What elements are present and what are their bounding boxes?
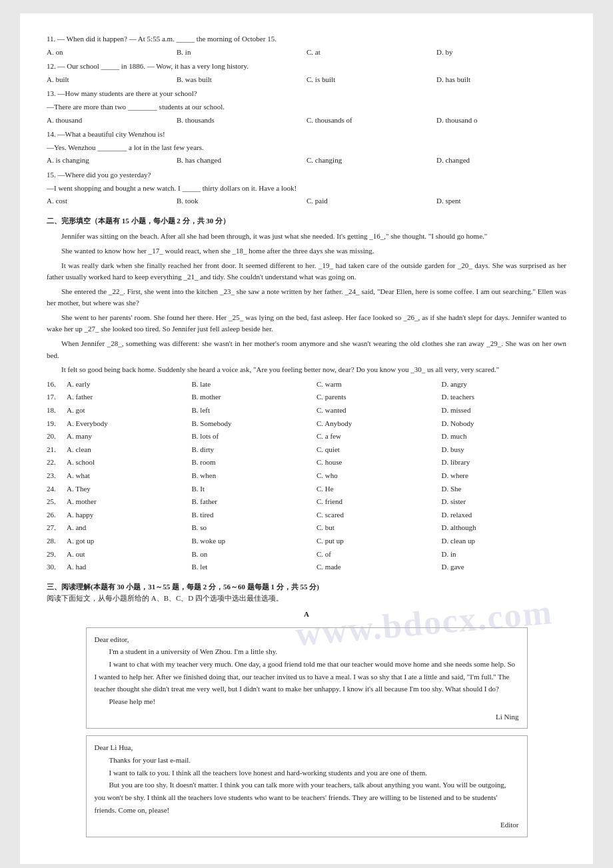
letter-2-sender: Editor	[95, 819, 519, 831]
answer-row-25.: 25.A. motherB. fatherC. friendD. sister	[47, 496, 566, 508]
ans-21.-opt-2: C. quiet	[316, 444, 442, 456]
ans-17.-opt-1: B. mother	[192, 391, 317, 403]
ans-20.-opt-0: A. many	[67, 431, 192, 443]
ans-27.-opt-0: A. and	[67, 522, 192, 534]
ans-22.-opt-0: A. school	[67, 457, 192, 469]
ans-30.-opt-0: A. had	[67, 561, 192, 573]
ans-19.-opt-1: B. Somebody	[192, 418, 317, 430]
ans-16.-opt-3: D. angry	[442, 379, 567, 391]
letter-2-salutation: Dear Li Hua,	[95, 741, 519, 754]
ans-18.-opt-2: C. wanted	[316, 405, 442, 417]
ans-24.-opt-2: C. He	[316, 483, 442, 495]
ans-21.-opt-0: A. clean	[67, 444, 192, 456]
ans-23.-opt-1: B. when	[192, 470, 317, 482]
ans-19.-opt-3: D. Nobody	[442, 418, 567, 430]
letter-1-salutation: Dear editor,	[95, 633, 519, 646]
ans-29.-opt-3: D. in	[442, 549, 567, 561]
ans-27.-opt-2: C. but	[316, 522, 442, 534]
page: www.bdocx.com 11. — When did it happen? …	[20, 13, 593, 864]
q11-opt-b: B. in	[177, 47, 306, 59]
ans-30.-opt-3: D. gave	[442, 561, 567, 573]
ans-23.-opt-0: A. what	[67, 470, 192, 482]
letter-1-sender: Li Ning	[95, 711, 519, 723]
answer-row-22.: 22.A. schoolB. roomC. houseD. library	[47, 457, 566, 469]
ans-22.-opt-3: D. library	[442, 457, 567, 469]
q12-options: A. built B. was built C. is built D. has…	[47, 74, 566, 86]
ans-20.-opt-2: C. a few	[316, 431, 442, 443]
q12-opt-a: A. built	[47, 74, 177, 86]
answer-row-30.: 30.A. hadB. letC. madeD. gave	[47, 561, 566, 573]
ans-26.-opt-0: A. happy	[67, 509, 192, 521]
ans-20.-opt-3: D. much	[442, 431, 567, 443]
letter-1-p1: I'm a student in a university of Wen Zho…	[95, 645, 519, 658]
question-12: 12. — Our school _____ in 1886. — Wow, i…	[47, 61, 566, 85]
ans-22.-opt-2: C. house	[316, 457, 442, 469]
ans-28.-opt-2: C. put up	[316, 535, 442, 547]
q15-text: 15. —Where did you go yesterday?	[47, 169, 566, 181]
ans-25.-opt-1: B. father	[192, 496, 317, 508]
letter-1-p2: I want to chat with my teacher very much…	[95, 658, 519, 695]
q11-opt-d: D. by	[436, 47, 566, 59]
ans-19.-opt-2: C. Anybody	[316, 418, 442, 430]
letter-2-p3: But you are too shy. It doesn't matter. …	[95, 779, 519, 816]
answer-row-21.: 21.A. cleanB. dirtyC. quietD. busy	[47, 444, 566, 456]
q14-text: 14. —What a beautiful city Wenzhou is!	[47, 129, 566, 141]
ans-29.-opt-0: A. out	[67, 549, 192, 561]
ans-30.-opt-1: B. let	[192, 561, 317, 573]
answer-row-17.: 17.A. fatherB. motherC. parentsD. teache…	[47, 391, 566, 403]
q12-opt-c: C. is built	[306, 74, 436, 86]
q12-opt-b: B. was built	[177, 74, 306, 86]
q13-opt-d: D. thousand o	[436, 115, 566, 127]
section-2-answers: 16.A. earlyB. lateC. warmD. angry17.A. f…	[47, 379, 566, 573]
passage-p6: When Jennifer _28_, something was differ…	[47, 338, 566, 361]
ans-23.-opt-2: C. who	[316, 470, 442, 482]
ans-22.-opt-1: B. room	[192, 457, 317, 469]
q12-opt-d: D. has built	[436, 74, 566, 86]
ans-17.-opt-2: C. parents	[316, 391, 442, 403]
answer-row-29.: 29.A. outB. onC. ofD. in	[47, 549, 566, 561]
passage-p2: She wanted to know how her _17_ would re…	[47, 245, 566, 257]
section-2-header: 二、完形填空（本题有 15 小题，每小题 2 分，共 30 分）	[47, 215, 566, 227]
q11-options: A. on B. in C. at D. by	[47, 47, 566, 59]
q13-opt-b: B. thousands	[177, 115, 306, 127]
q15-subtext: —I went shopping and bought a new watch.…	[47, 183, 566, 195]
ans-20.-opt-1: B. lots of	[192, 431, 317, 443]
q15-opt-b: B. took	[177, 195, 306, 207]
ans-21.-opt-3: D. busy	[442, 444, 567, 456]
question-13: 13. —How many students are there at your…	[47, 88, 566, 126]
ans-28.-opt-1: B. woke up	[192, 535, 317, 547]
ans-27.-opt-1: B. so	[192, 522, 317, 534]
section-2-passage: Jennifer was sitting on the beach. After…	[47, 231, 566, 376]
q14-subtext: —Yes. Wenzhou ________ a lot in the last…	[47, 142, 566, 154]
answer-row-19.: 19.A. EverybodyB. SomebodyC. AnybodyD. N…	[47, 418, 566, 430]
ans-26.-opt-1: B. tired	[192, 509, 317, 521]
ans-28.-opt-0: A. got up	[67, 535, 192, 547]
passage-p4: She entered the _22_. First, she went in…	[47, 286, 566, 309]
passage-p7: It felt so good being back home. Suddenl…	[47, 364, 566, 376]
letter-a-label: A	[47, 609, 566, 621]
q14-opt-b: B. has changed	[177, 155, 306, 167]
q11-text: 11. — When did it happen? — At 5:55 a.m.…	[47, 33, 566, 45]
ans-17.-opt-3: D. teachers	[442, 391, 567, 403]
q14-opt-c: C. changing	[306, 155, 436, 167]
answer-row-18.: 18.A. gotB. leftC. wantedD. missed	[47, 405, 566, 417]
ans-23.-opt-3: D. where	[442, 470, 567, 482]
letter-2-p1: Thanks for your last e-mail.	[95, 754, 519, 767]
ans-29.-opt-2: C. of	[316, 549, 442, 561]
ans-16.-opt-1: B. late	[192, 379, 317, 391]
letter-1-box: Dear editor, I'm a student in a universi…	[86, 627, 528, 729]
letter-2-box: Dear Li Hua, Thanks for your last e-mail…	[86, 735, 528, 837]
ans-24.-opt-1: B. It	[192, 483, 317, 495]
ans-16.-opt-0: A. early	[67, 379, 192, 391]
ans-17.-opt-0: A. father	[67, 391, 192, 403]
q14-opt-d: D. changed	[436, 155, 566, 167]
q13-opt-a: A. thousand	[47, 115, 177, 127]
answer-row-26.: 26.A. happyB. tiredC. scaredD. relaxed	[47, 509, 566, 521]
answer-row-20.: 20.A. manyB. lots ofC. a fewD. much	[47, 431, 566, 443]
question-11: 11. — When did it happen? — At 5:55 a.m.…	[47, 33, 566, 58]
q15-opt-c: C. paid	[306, 195, 436, 207]
letter-2-p2: I want to talk to you. I think all the t…	[95, 767, 519, 779]
letter-1-p3: Please help me!	[95, 695, 519, 708]
ans-24.-opt-3: D. She	[442, 483, 567, 495]
question-15: 15. —Where did you go yesterday? —I went…	[47, 169, 566, 207]
